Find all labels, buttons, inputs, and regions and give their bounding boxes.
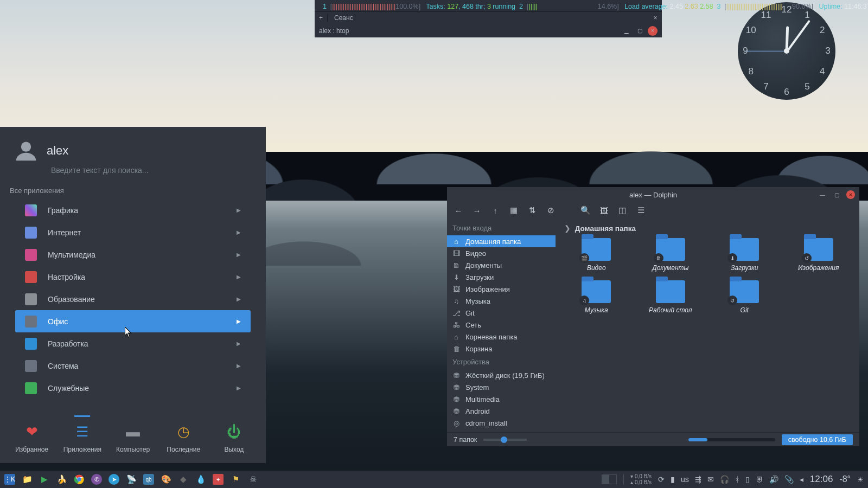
telegram-icon[interactable]: ➤ xyxy=(108,474,119,485)
battery-icon[interactable]: ▮ xyxy=(671,475,675,484)
place-item[interactable]: 🗎Документы xyxy=(447,259,556,271)
folder-item[interactable]: 🎬Видео xyxy=(562,238,631,272)
launcher-tab-0[interactable]: ❤Избранное xyxy=(7,422,57,453)
place-item[interactable]: 🖧Сеть xyxy=(447,319,556,331)
place-item[interactable]: ◎cdrom_install xyxy=(447,417,556,429)
place-item[interactable]: ⛃DNS xyxy=(447,429,556,432)
folder-item[interactable]: 🗎Документы xyxy=(636,238,705,272)
red-app-icon[interactable]: ✦ xyxy=(213,474,224,485)
launcher-tab-4[interactable]: ⏻Выход xyxy=(209,422,259,453)
place-item[interactable]: ⛃Жёсткий диск (19,5 ГиБ) xyxy=(447,369,556,381)
maximize-button[interactable]: ▢ xyxy=(832,190,841,199)
gimp-icon[interactable]: 🎨 xyxy=(161,474,171,485)
folder-item[interactable]: ⬇Загрузки xyxy=(710,238,779,272)
place-item[interactable]: 🗑Корзина xyxy=(447,343,556,355)
color-picker-icon[interactable]: 💧 xyxy=(195,474,206,485)
mail-icon[interactable]: ✉ xyxy=(707,475,714,484)
places-panel[interactable]: Точки входа⌂Домашняя папка🎞Видео🗎Докумен… xyxy=(447,219,556,432)
close-button[interactable]: × xyxy=(846,190,855,199)
up-button[interactable]: ↑ xyxy=(490,206,500,215)
tab-close-button[interactable]: × xyxy=(649,14,662,22)
menu-category-3[interactable]: Настройка▶ xyxy=(15,266,251,288)
place-item[interactable]: ⎇Git xyxy=(447,307,556,319)
keyboard-layout[interactable]: us xyxy=(681,475,689,484)
file-manager-icon[interactable]: 📁 xyxy=(22,474,33,485)
minimize-button[interactable]: — xyxy=(818,190,827,199)
split-button[interactable]: ◫ xyxy=(617,206,627,215)
updates-icon[interactable]: ⟳ xyxy=(658,475,665,484)
bluetooth-icon[interactable]: ᚼ xyxy=(735,475,739,484)
place-item[interactable]: ⛃Multimedia xyxy=(447,393,556,405)
close-button[interactable]: × xyxy=(648,26,658,36)
minimize-button[interactable]: ▁ xyxy=(622,26,631,36)
place-item[interactable]: ⌂Домашняя папка xyxy=(447,235,556,247)
search-input[interactable]: Введите текст для поиска... xyxy=(0,166,266,182)
hidden-toggle-button[interactable]: ⊘ xyxy=(546,206,556,215)
volume-icon[interactable]: 🔊 xyxy=(769,475,778,484)
media-play-icon[interactable]: ▶ xyxy=(39,474,50,485)
viber-icon[interactable]: ✆ xyxy=(91,474,102,485)
new-tab-button[interactable]: + xyxy=(315,14,328,22)
folder-item[interactable]: ↺Изображения xyxy=(784,238,853,272)
terminal-tabbar[interactable]: + Сеанс × xyxy=(315,11,662,24)
qbittorrent-icon[interactable]: qb xyxy=(143,474,154,485)
folder-item[interactable]: Рабочий стол xyxy=(636,280,705,314)
menu-category-5[interactable]: Офис▶ xyxy=(15,310,251,332)
folder-item[interactable]: ♫Музыка xyxy=(562,280,631,314)
launcher-tab-1[interactable]: ☰Приложения xyxy=(57,422,107,453)
folder-item[interactable]: ↺Git xyxy=(710,280,779,314)
place-item[interactable]: ⬇Загрузки xyxy=(447,271,556,283)
place-item[interactable]: 🎞Видео xyxy=(447,247,556,259)
session-tab[interactable]: Сеанс xyxy=(328,14,360,22)
menu-button[interactable]: ☰ xyxy=(636,206,646,215)
forward-button[interactable]: → xyxy=(472,206,482,215)
brightness-icon[interactable]: ☀ xyxy=(857,476,864,484)
menu-category-8[interactable]: Служебные▶ xyxy=(15,377,251,399)
launcher-tab-3[interactable]: ◷Последние xyxy=(158,422,209,453)
zoom-slider[interactable] xyxy=(483,439,527,441)
system-tray[interactable]: ⟳ ▮ us ⇶ ✉ 🎧 ᚼ ▯ ⛨ 🔊 📎 ◂ xyxy=(658,475,803,484)
menu-category-2[interactable]: Мультимедиа▶ xyxy=(15,243,251,266)
banana-icon[interactable]: 🍌 xyxy=(56,474,67,485)
user-avatar-icon[interactable] xyxy=(14,139,38,163)
icons-view-button[interactable]: ▦ xyxy=(509,206,519,215)
wifi-icon[interactable]: ⇶ xyxy=(695,475,701,484)
search-button[interactable]: 🔍 xyxy=(580,206,590,215)
shield-icon[interactable]: ⛨ xyxy=(756,475,763,484)
menu-category-0[interactable]: Графика▶ xyxy=(15,199,251,221)
preview-button[interactable]: 🖼 xyxy=(599,206,609,215)
back-button[interactable]: ← xyxy=(454,206,463,215)
menu-category-6[interactable]: Разработка▶ xyxy=(15,332,251,355)
menu-category-7[interactable]: Система▶ xyxy=(15,355,251,377)
place-item[interactable]: ⛃Android xyxy=(447,405,556,417)
phone-icon[interactable]: ▯ xyxy=(745,475,750,484)
compact-view-button[interactable]: ⇅ xyxy=(527,206,537,215)
headphones-icon[interactable]: 🎧 xyxy=(720,475,729,484)
terminal-titlebar[interactable]: alex : htop ▁ ▢ × xyxy=(315,24,662,37)
place-item[interactable]: ⛃System xyxy=(447,381,556,393)
maximize-button[interactable]: ▢ xyxy=(635,26,644,36)
chrome-icon[interactable] xyxy=(74,474,85,485)
inkscape-icon[interactable]: ◆ xyxy=(178,474,189,485)
menu-category-4[interactable]: Образование▶ xyxy=(15,288,251,310)
place-item[interactable]: 🖼Изображения xyxy=(447,283,556,295)
menu-category-1[interactable]: Интернет▶ xyxy=(15,221,251,243)
skull-icon[interactable]: ☠ xyxy=(247,474,258,485)
clock-time[interactable]: 12:06 xyxy=(810,474,833,485)
terminal-window[interactable]: 1 [||||||||||||||||||||||||||||||||||||1… xyxy=(315,0,662,37)
clipboard-icon[interactable]: 📎 xyxy=(784,475,794,484)
weather-temp[interactable]: -8° xyxy=(839,474,851,484)
dolphin-titlebar[interactable]: alex — Dolphin — ▢ × xyxy=(447,187,859,202)
place-item[interactable]: ⌂Корневая папка xyxy=(447,331,556,343)
taskbar[interactable]: ⋮K 📁 ▶ 🍌 ✆ ➤ 📡 qb 🎨 ◆ 💧 ✦ ⚑ ☠ ▾ 0,0 B/s … xyxy=(0,471,868,488)
dolphin-toolbar[interactable]: ← → ↑ ▦ ⇅ ⊘ 🔍 🖼 ◫ ☰ xyxy=(447,202,859,219)
launcher-tab-2[interactable]: ▬Компьютер xyxy=(107,422,158,453)
pager-icon[interactable] xyxy=(602,474,617,484)
place-item[interactable]: ♫Музыка xyxy=(447,295,556,307)
tray-expand-icon[interactable]: ◂ xyxy=(800,475,803,484)
dolphin-file-manager[interactable]: alex — Dolphin — ▢ × ← → ↑ ▦ ⇅ ⊘ 🔍 🖼 ◫ ☰… xyxy=(447,187,859,446)
application-launcher[interactable]: alex Введите текст для поиска... Все при… xyxy=(0,127,266,463)
yellow-app-icon[interactable]: ⚑ xyxy=(230,474,241,485)
kde-launcher-icon[interactable]: ⋮K xyxy=(4,474,15,485)
folder-view[interactable]: Домашняя папка 🎬Видео🗎Документы⬇Загрузки… xyxy=(556,219,859,432)
